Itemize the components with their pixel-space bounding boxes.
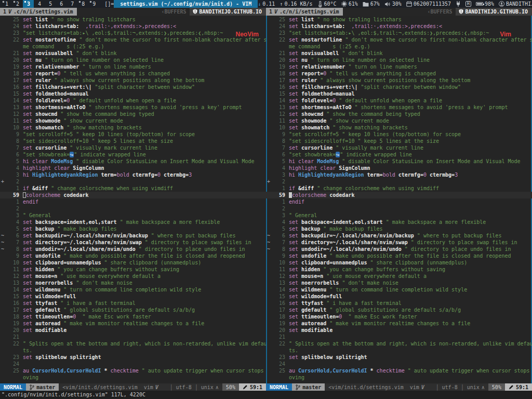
buffer-row[interactable]: 25au CursorHold,CursorHoldI * checktime … <box>266 367 532 374</box>
buffer-row[interactable]: 15set wildmode=full <box>0 293 266 300</box>
buffer-row[interactable]: 12set mouse=n " use mouse everywhere def… <box>0 273 266 280</box>
buffer-row[interactable]: 18set ttimeoutlen=0 " make Esc work fast… <box>266 313 532 320</box>
buffer-row[interactable]: ts. <box>266 347 532 354</box>
buffer-row[interactable]: 1endif <box>0 198 266 205</box>
buffer-row[interactable]: 13set shortmess=aAtToO " shortens messag… <box>266 104 532 111</box>
buffer-row[interactable]: 21 <box>0 334 266 340</box>
buffer-row[interactable]: 19set relativenumber " turn on line numb… <box>0 63 266 70</box>
buffer-row[interactable]: me command s (:25 e.g.) <box>266 43 532 50</box>
buffer-row[interactable]: 24 <box>266 361 532 367</box>
buffer-row[interactable]: 23"set listchars=tab:▸\ ,eol:$,trail:¬,e… <box>266 30 532 36</box>
buffer-row[interactable]: 16set fillchars+=vert:\| "split characte… <box>0 84 266 90</box>
buffer-row[interactable]: 24set listchars=tab: ,trail:·,extends:>,… <box>266 23 532 30</box>
buffer-row[interactable]: 25au CursorHold,CursorHoldI * checktime … <box>0 367 266 374</box>
buffer-row[interactable]: 9"set scrolloff=5 " keep 10 lines (top/b… <box>266 131 532 138</box>
buffer-row[interactable]: +2 <box>266 178 532 185</box>
buffer-row[interactable]: 4highlight clear SignColumn <box>0 165 266 171</box>
buffer-row[interactable]: 3" General <box>266 212 532 219</box>
buffer-row[interactable]: 4set backspace=indent,eol,start " make b… <box>266 219 532 225</box>
buffer-row[interactable]: 15set foldmethod=manual <box>0 90 266 97</box>
buffer-row[interactable]: 18set ttimeoutlen=0 " make Esc work fast… <box>0 313 266 320</box>
buffer-row[interactable]: 14set foldlevel=0 " default unfold when … <box>266 97 532 104</box>
buffer-row[interactable]: 6"set showbreak=↪" indicate wrapped line <box>0 151 266 158</box>
buffer-row[interactable]: 18set report=0 " tell us when anything i… <box>0 70 266 77</box>
buffer-row[interactable]: 12set mouse=n " use mouse everywhere def… <box>266 273 532 280</box>
buffer-row[interactable]: ts. <box>0 347 266 354</box>
buffer-row[interactable]: 22set nostartofline " don't move the cur… <box>266 36 532 43</box>
buffer-row[interactable]: 25set list " no show traling listchars <box>266 16 532 23</box>
buffer-row[interactable]: ~7set directory=~/.local/share/nvim/swap… <box>0 239 266 246</box>
buffer-row-cursor[interactable]: 59 colorscheme codedark <box>0 192 266 198</box>
buffer-row[interactable]: 3hi HighlightedyankRegion term=bold cter… <box>0 171 266 178</box>
workspace-4[interactable]: 4 <box>34 0 45 8</box>
buffer-row[interactable]: 14set wildmenu " turn on command line co… <box>266 286 532 293</box>
buffer-text-area[interactable]: 25set list " no show traling listchars 2… <box>0 16 266 383</box>
buffer-row[interactable]: 13set shortmess=aAtToO " shortens messag… <box>0 104 266 111</box>
buffer-row[interactable]: 13set noerrorbells " don't make noise <box>0 280 266 286</box>
buffer-row[interactable]: 19set relativenumber " turn on line numb… <box>266 63 532 70</box>
buffer-row[interactable]: 14set wildmenu " turn on command line co… <box>0 286 266 293</box>
buffer-row[interactable]: 17set ruler " always show current positi… <box>0 77 266 84</box>
buffer-row[interactable]: 1if &diff " change colorscheme when usin… <box>266 185 532 192</box>
workspace-6[interactable]: 6 <box>56 0 66 8</box>
buffer-row[interactable]: 22set nostartofline " don't move the cur… <box>0 36 266 43</box>
buffer-row[interactable]: 21set novisualbell " don't blink <box>0 50 266 57</box>
buffer-row[interactable]: 24 <box>0 361 266 367</box>
buffer-text-area[interactable]: 25set list " no show traling listchars 2… <box>266 16 532 383</box>
buffer-row[interactable]: 5hi clear ModeMsg " disable Color Status… <box>266 158 532 165</box>
workspace-1[interactable]: 1 <box>1 0 12 8</box>
buffer-row[interactable]: 17set gdefault " global substitutions ar… <box>266 307 532 313</box>
buffer-row[interactable]: 4highlight clear SignColumn <box>266 165 532 171</box>
buffer-row[interactable]: 7set cursorline " visually mark current … <box>266 144 532 151</box>
buffer-row[interactable]: 21set novisualbell " don't blink <box>266 50 532 57</box>
buffer-row[interactable]: 25set list " no show traling listchars <box>0 16 266 23</box>
buffer-row[interactable]: 24set listchars=tab: ,trail:·,extends:>,… <box>0 23 266 30</box>
buffer-row[interactable]: 1if &diff " change colorscheme when usin… <box>0 185 266 192</box>
buffer-row[interactable]: 20set modifiable <box>0 327 266 334</box>
buffer-row[interactable]: 2 <box>266 205 532 212</box>
buffer-row[interactable]: 22" Splits open at the bottom and right,… <box>0 340 266 347</box>
buffer-row[interactable]: 10set clipboard=unnamedplus " share clip… <box>266 259 532 266</box>
buffer-row[interactable]: 7set cursorline " visually mark current … <box>0 144 266 151</box>
buffer-row[interactable]: 23set splitbelow splitright <box>0 354 266 361</box>
buffer-row[interactable]: 2 <box>0 205 266 212</box>
buffer-row[interactable]: 11set showmode " show current mode <box>266 117 532 124</box>
buffer-row[interactable]: 14set foldlevel=0 " default unfold when … <box>0 97 266 104</box>
workspace-8[interactable]: 8 <box>77 0 88 8</box>
buffer-row[interactable]: 17set gdefault " global substitutions ar… <box>0 307 266 313</box>
buffer-row[interactable]: 9set undofile " make undo possible after… <box>0 252 266 259</box>
buffer-row[interactable]: oving <box>0 374 266 381</box>
buffer-row[interactable]: 20set nu " turn on line number on select… <box>0 57 266 63</box>
buffer-row-cursor[interactable]: 59 colorscheme codedark <box>266 192 532 198</box>
buffer-row[interactable]: 12set showcmd " show the command being t… <box>0 111 266 117</box>
workspace-5[interactable]: 5 <box>45 0 56 8</box>
buffer-row[interactable]: 18set report=0 " tell us when anything i… <box>266 70 532 77</box>
buffer-row[interactable]: ~6set backupdir=~/.local/share/nvim/back… <box>266 232 532 239</box>
buffer-row[interactable]: 5set backup " make backup files <box>266 225 532 232</box>
buffer-row[interactable]: 20set nu " turn on line number on select… <box>266 57 532 63</box>
buffer-row[interactable]: 15set wildmode=full <box>266 293 532 300</box>
tabline-buffer-item[interactable]: 1 V .c/n/i/settings.vim <box>0 8 77 16</box>
buffer-row[interactable]: 16set ttyfast " i have a fast terminal <box>266 300 532 307</box>
buffer-row[interactable]: ~7set directory=~/.local/share/nvim/swap… <box>266 239 532 246</box>
buffer-row[interactable]: 15set foldmethod=manual <box>266 90 532 97</box>
buffer-row[interactable]: 19set autoread " make vim monitor realti… <box>266 320 532 327</box>
buffer-row[interactable]: 16set fillchars+=vert:\| "split characte… <box>266 84 532 90</box>
buffer-row[interactable]: 3hi HighlightedyankRegion term=bold cter… <box>266 171 532 178</box>
buffer-row[interactable]: oving <box>266 374 532 381</box>
buffer-row[interactable]: +2 <box>0 178 266 185</box>
buffer-row[interactable]: 3" General <box>0 212 266 219</box>
buffer-row[interactable]: 1endif <box>266 198 532 205</box>
tabline-buffer-item[interactable]: 1 V .c/n/i/settings.vim <box>266 8 343 16</box>
buffer-row[interactable]: 6"set showbreak=↪" indicate wrapped line <box>266 151 532 158</box>
buffer-row[interactable]: 9set undofile " make undo possible after… <box>266 252 532 259</box>
buffer-row[interactable]: 8"set sidescrolloff=10 " keep 5 lines at… <box>266 138 532 144</box>
workspace-9[interactable]: 9 <box>88 0 99 8</box>
workspace-2[interactable]: 2 <box>12 0 23 8</box>
buffer-row[interactable]: 11set hidden " you can change buffers wi… <box>266 266 532 273</box>
workspace-7[interactable]: 7 <box>66 0 77 8</box>
buffer-row[interactable]: 10set showmatch " show matching brackets <box>266 124 532 131</box>
buffer-row[interactable]: 5set backup " make backup files <box>0 225 266 232</box>
buffer-row[interactable]: 10set showmatch " show matching brackets <box>0 124 266 131</box>
buffer-row[interactable]: me command s (:25 e.g.) <box>0 43 266 50</box>
